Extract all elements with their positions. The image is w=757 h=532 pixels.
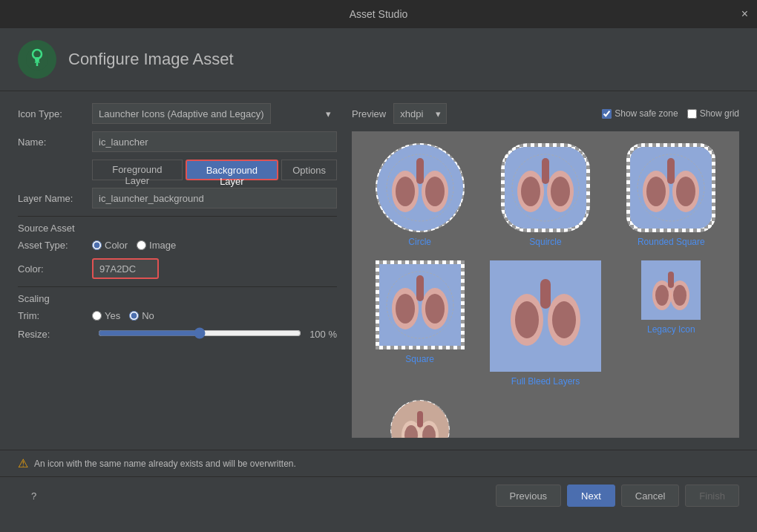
trim-no-text: No xyxy=(142,310,154,321)
previous-button[interactable]: Previous xyxy=(496,485,562,507)
svg-point-9 xyxy=(396,177,415,206)
layer-name-label: Layer Name: xyxy=(18,193,92,204)
layer-name-input[interactable] xyxy=(92,188,337,208)
android-studio-icon: A xyxy=(18,40,56,79)
safe-zone-label[interactable]: Show safe zone xyxy=(602,108,678,119)
color-field-wrapper xyxy=(92,258,159,279)
preview-label: Preview xyxy=(352,108,386,119)
preview-header: Preview xhdpi mdpi hdpi xxhdpi Show safe… xyxy=(352,103,739,124)
svg-point-43 xyxy=(655,285,669,306)
trim-radios: Yes No xyxy=(92,310,154,321)
svg-rect-48 xyxy=(417,411,423,427)
trim-yes-text: Yes xyxy=(105,310,120,321)
dialog-title: Asset Studio xyxy=(350,8,408,20)
safe-zone-checkbox[interactable] xyxy=(602,109,612,119)
name-label: Name: xyxy=(18,137,92,148)
full-bleed-icon xyxy=(490,260,601,372)
square-label: Square xyxy=(405,354,434,364)
icon-type-select-wrapper: Launcher Icons (Adaptive and Legacy) xyxy=(92,103,337,124)
preview-squircle: Squircle xyxy=(483,137,607,253)
tab-foreground[interactable]: Foreground Layer xyxy=(92,160,183,180)
rounded-square-icon xyxy=(626,143,715,232)
trim-row: Trim: Yes No xyxy=(18,310,337,321)
page-title: Configure Image Asset xyxy=(68,50,234,69)
trim-no-label[interactable]: No xyxy=(129,310,154,321)
show-grid-label[interactable]: Show grid xyxy=(687,108,739,119)
preview-full-bleed: Full Bleed Layers xyxy=(483,254,607,393)
tab-background[interactable]: Background Layer xyxy=(186,160,279,180)
radio-color[interactable] xyxy=(92,240,102,250)
icon-type-row: Icon Type: Launcher Icons (Adaptive and … xyxy=(18,103,337,124)
show-grid-checkbox[interactable] xyxy=(687,109,697,119)
divider-2 xyxy=(18,286,337,287)
trim-yes-radio[interactable] xyxy=(92,311,102,321)
svg-point-5 xyxy=(377,145,463,231)
preview-grid: Circle Squircle xyxy=(352,131,739,438)
legacy-label: Legacy Icon xyxy=(647,324,695,335)
resize-percent: 100 % xyxy=(307,329,337,340)
main-content: Icon Type: Launcher Icons (Adaptive and … xyxy=(0,91,757,450)
name-row: Name: xyxy=(18,131,337,152)
svg-point-24 xyxy=(676,177,695,206)
help-button[interactable]: ? xyxy=(18,485,50,507)
dialog-header: A Configure Image Asset xyxy=(0,28,757,91)
preview-legacy: Legacy Icon xyxy=(609,254,733,393)
close-button[interactable]: × xyxy=(741,7,748,21)
warning-icon: ⚠ xyxy=(18,456,28,470)
radio-image-text: Image xyxy=(149,240,176,251)
svg-point-16 xyxy=(521,177,540,206)
divider-1 xyxy=(18,216,337,217)
svg-rect-36 xyxy=(540,279,551,309)
show-grid-text: Show grid xyxy=(700,108,739,119)
next-button[interactable]: Next xyxy=(567,485,615,507)
trim-yes-label[interactable]: Yes xyxy=(92,310,120,321)
svg-rect-33 xyxy=(490,260,601,372)
square-icon xyxy=(376,260,465,349)
svg-rect-22 xyxy=(667,158,675,184)
finish-button[interactable]: Finish xyxy=(685,485,739,507)
circle-icon xyxy=(376,143,465,232)
svg-point-38 xyxy=(552,301,576,338)
right-panel: Preview xhdpi mdpi hdpi xxhdpi Show safe… xyxy=(352,103,739,438)
tab-options[interactable]: Options xyxy=(281,160,337,180)
cancel-button[interactable]: Cancel xyxy=(621,485,679,507)
name-input[interactable] xyxy=(92,131,337,152)
radio-image[interactable] xyxy=(137,240,146,250)
color-label: Color: xyxy=(18,263,92,275)
svg-point-10 xyxy=(425,177,445,206)
preview-rounded-square: Rounded Square xyxy=(609,137,733,253)
trim-label: Trim: xyxy=(18,310,92,321)
full-bleed-label: Full Bleed Layers xyxy=(511,376,580,387)
left-panel: Icon Type: Launcher Icons (Adaptive and … xyxy=(18,103,337,438)
radio-color-text: Color xyxy=(105,240,128,251)
preview-square: Square xyxy=(358,254,482,393)
title-bar: Asset Studio × xyxy=(0,0,757,28)
source-asset-header: Source Asset xyxy=(18,223,337,234)
preview-round: Round Icon xyxy=(358,394,482,438)
resize-row: Resize: 100 % xyxy=(18,327,337,341)
svg-text:A: A xyxy=(34,56,39,65)
radio-color-label[interactable]: Color xyxy=(92,240,128,251)
asset-type-row: Asset Type: Color Image xyxy=(18,240,337,251)
svg-point-30 xyxy=(396,294,415,324)
resize-label: Resize: xyxy=(18,329,92,340)
asset-type-label: Asset Type: xyxy=(18,240,92,251)
trim-no-radio[interactable] xyxy=(129,311,139,321)
round-icon xyxy=(390,400,450,438)
circle-label: Circle xyxy=(408,237,431,247)
scaling-title: Scaling xyxy=(18,293,337,304)
squircle-icon xyxy=(501,143,590,232)
svg-point-37 xyxy=(515,301,539,338)
radio-image-label[interactable]: Image xyxy=(137,240,176,251)
svg-point-17 xyxy=(551,177,570,206)
icon-type-select[interactable]: Launcher Icons (Adaptive and Legacy) xyxy=(92,103,271,124)
asset-type-radios: Color Image xyxy=(92,240,176,251)
color-row: Color: xyxy=(18,258,337,279)
resize-slider[interactable] xyxy=(98,327,301,339)
color-input[interactable] xyxy=(92,258,159,279)
legacy-icon xyxy=(641,260,701,320)
bottom-bar: ? Previous Next Cancel Finish xyxy=(0,476,757,514)
preview-checkboxes: Show safe zone Show grid xyxy=(602,108,739,119)
dpi-select[interactable]: xhdpi mdpi hdpi xxhdpi xyxy=(393,103,447,124)
icon-type-label: Icon Type: xyxy=(18,108,92,119)
